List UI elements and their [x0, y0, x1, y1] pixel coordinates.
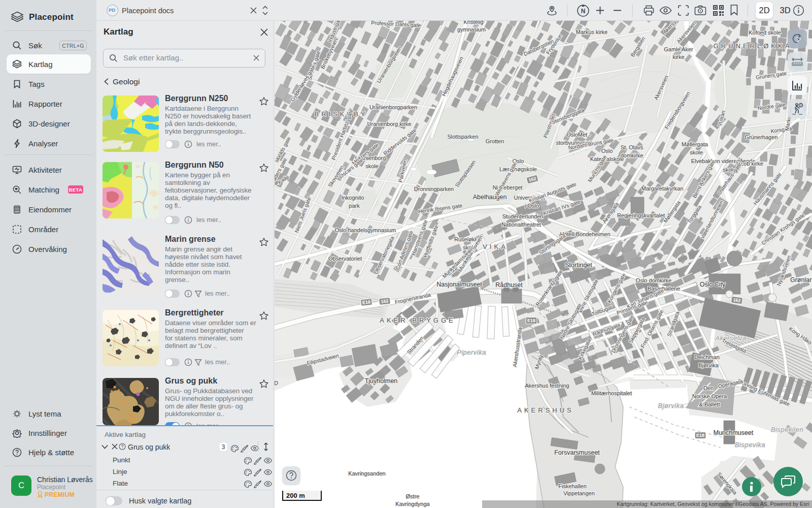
svg-text:OsloMet -: OsloMet -: [566, 132, 591, 138]
svg-text:Norske Opera: Norske Opera: [692, 393, 727, 399]
svg-text:Bispekilen: Bispekilen: [771, 426, 803, 433]
svg-text:Abelhaugen: Abelhaugen: [473, 194, 507, 201]
svg-text:Den: Den: [703, 385, 714, 391]
svg-text:Kavringsanden: Kavringsanden: [348, 470, 385, 477]
svg-text:Grønland: Grønland: [790, 276, 812, 283]
svg-text:Uranienborgparken: Uranienborgparken: [369, 104, 417, 110]
svg-text:Fiskehallen: Fiskehallen: [558, 483, 587, 489]
svg-text:Militærhospitalet: Militærhospitalet: [591, 390, 632, 396]
svg-text:St. Olavs: St. Olavs: [621, 144, 644, 150]
svg-text:GRÜNERLØKKA: GRÜNERLØKKA: [714, 42, 792, 50]
svg-text:domkirke: domkirke: [621, 152, 644, 158]
svg-text:Bispevika: Bispevika: [735, 441, 765, 449]
svg-text:Rådhuset: Rådhuset: [495, 281, 523, 289]
svg-text:Vippetangen: Vippetangen: [563, 490, 595, 496]
svg-text:Bjørvika: Bjørvika: [658, 402, 684, 409]
svg-text:Akershus festning: Akershus festning: [525, 383, 569, 389]
svg-text:E18: E18: [362, 299, 371, 305]
svg-text:D: D: [274, 380, 278, 386]
svg-text:N: N: [581, 8, 586, 15]
svg-text:VIKA: VIKA: [483, 243, 508, 250]
svg-text:Gamle Aker: Gamle Aker: [664, 46, 693, 52]
svg-text:Lærerhøgskole: Lærerhøgskole: [499, 166, 537, 172]
svg-text:Munchmuseet: Munchmuseet: [714, 429, 754, 436]
svg-text:Hotell Bondeheimen: Hotell Bondeheimen: [560, 231, 610, 237]
svg-text:Kavringdynga: Kavringdynga: [395, 501, 430, 507]
svg-text:Pipervika: Pipervika: [457, 348, 486, 356]
svg-text:Bjørvika: Bjørvika: [698, 362, 719, 368]
svg-text:BRISKEBY: BRISKEBY: [314, 110, 367, 118]
svg-text:Markus kirke: Markus kirke: [576, 29, 607, 35]
svg-text:skole: skole: [690, 149, 703, 155]
svg-text:Tjuvholmen: Tjuvholmen: [365, 377, 398, 385]
svg-text:Kristelig: Kristelig: [463, 21, 483, 25]
svg-text:kirke: kirke: [672, 54, 684, 60]
svg-text:162: 162: [733, 297, 741, 303]
svg-text:Østre: Østre: [406, 493, 420, 499]
svg-text:Nasjonalmuseet: Nasjonalmuseet: [436, 281, 482, 288]
svg-text:Basarhallene: Basarhallene: [648, 285, 680, 292]
svg-text:E18: E18: [527, 318, 535, 323]
svg-text:Uranienborg kirke: Uranienborg kirke: [367, 121, 412, 127]
svg-text:Margaretakyrkan: Margaretakyrkan: [641, 185, 684, 192]
svg-text:Inkognito: Inkognito: [342, 195, 364, 201]
svg-text:Oslo City: Oslo City: [700, 281, 726, 288]
svg-text:Oslo handelsgymnasium: Oslo handelsgymnasium: [335, 227, 396, 233]
svg-text:Observatoriet: Observatoriet: [328, 256, 362, 262]
svg-text:Stortinget: Stortinget: [565, 262, 592, 269]
svg-text:Forsvarsmuseet: Forsvarsmuseet: [554, 449, 600, 456]
svg-text:Grotten: Grotten: [486, 138, 504, 144]
svg-text:Deichman: Deichman: [694, 354, 720, 360]
svg-text:gymnasium: gymnasium: [457, 26, 486, 33]
svg-text:AKER BRYGGE: AKER BRYGGE: [380, 316, 455, 324]
svg-text:Oslo: Oslo: [601, 148, 613, 154]
svg-text:Møllergata: Møllergata: [682, 141, 708, 147]
svg-text:skole: skole: [365, 163, 379, 169]
svg-text:Oslo domkirke: Oslo domkirke: [636, 277, 671, 283]
svg-text:Regjeringskvartalet: Regjeringskvartalet: [617, 212, 665, 218]
svg-text:i Oslo: i Oslo: [525, 203, 539, 209]
svg-text:Studenterlunden: Studenterlunden: [502, 213, 544, 219]
svg-text:Dronningparken: Dronningparken: [414, 186, 454, 192]
svg-text:E18: E18: [696, 433, 704, 438]
svg-text:& Ballett: & Ballett: [699, 401, 720, 407]
svg-text:park: park: [349, 203, 360, 209]
svg-text:162: 162: [381, 298, 389, 304]
svg-text:Slottsparken: Slottsparken: [447, 134, 478, 140]
svg-text:AKERSHUS: AKERSHUS: [517, 406, 574, 414]
svg-text:Kofoed skole: Kofoed skole: [749, 29, 781, 36]
svg-text:Nationaltheatret: Nationaltheatret: [501, 221, 541, 228]
svg-text:Grünerhagen: Grünerhagen: [745, 134, 778, 140]
